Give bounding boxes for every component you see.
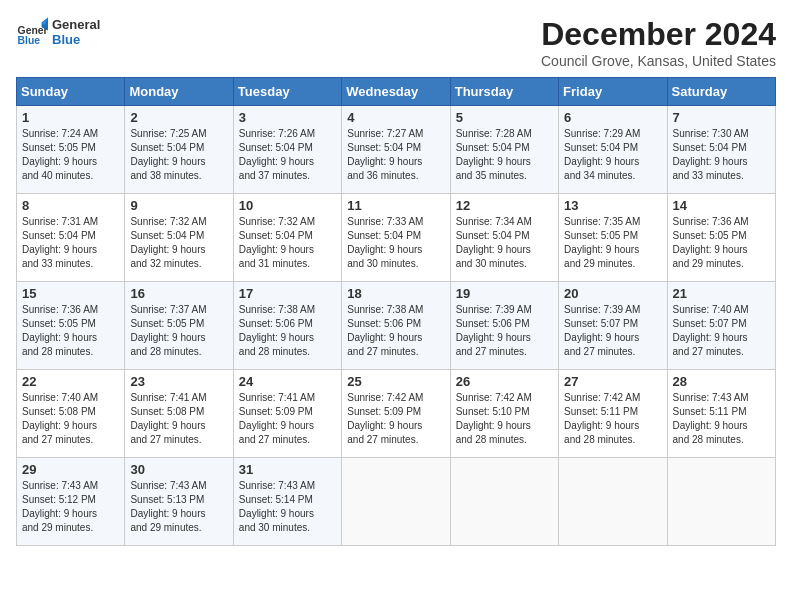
day-cell: 23Sunrise: 7:41 AM Sunset: 5:08 PM Dayli… xyxy=(125,370,233,458)
day-number: 9 xyxy=(130,198,227,213)
day-cell: 19Sunrise: 7:39 AM Sunset: 5:06 PM Dayli… xyxy=(450,282,558,370)
day-info: Sunrise: 7:40 AM Sunset: 5:07 PM Dayligh… xyxy=(673,303,770,359)
day-number: 30 xyxy=(130,462,227,477)
calendar-body: 1Sunrise: 7:24 AM Sunset: 5:05 PM Daylig… xyxy=(17,106,776,546)
day-info: Sunrise: 7:40 AM Sunset: 5:08 PM Dayligh… xyxy=(22,391,119,447)
day-number: 1 xyxy=(22,110,119,125)
day-number: 11 xyxy=(347,198,444,213)
day-cell: 20Sunrise: 7:39 AM Sunset: 5:07 PM Dayli… xyxy=(559,282,667,370)
day-cell xyxy=(667,458,775,546)
day-cell: 6Sunrise: 7:29 AM Sunset: 5:04 PM Daylig… xyxy=(559,106,667,194)
day-header-friday: Friday xyxy=(559,78,667,106)
day-number: 3 xyxy=(239,110,336,125)
day-number: 10 xyxy=(239,198,336,213)
day-info: Sunrise: 7:43 AM Sunset: 5:11 PM Dayligh… xyxy=(673,391,770,447)
day-info: Sunrise: 7:34 AM Sunset: 5:04 PM Dayligh… xyxy=(456,215,553,271)
logo-general-text: General xyxy=(52,17,100,32)
day-cell: 25Sunrise: 7:42 AM Sunset: 5:09 PM Dayli… xyxy=(342,370,450,458)
day-number: 2 xyxy=(130,110,227,125)
day-cell: 5Sunrise: 7:28 AM Sunset: 5:04 PM Daylig… xyxy=(450,106,558,194)
day-cell: 15Sunrise: 7:36 AM Sunset: 5:05 PM Dayli… xyxy=(17,282,125,370)
week-row-2: 8Sunrise: 7:31 AM Sunset: 5:04 PM Daylig… xyxy=(17,194,776,282)
day-cell: 21Sunrise: 7:40 AM Sunset: 5:07 PM Dayli… xyxy=(667,282,775,370)
day-info: Sunrise: 7:43 AM Sunset: 5:14 PM Dayligh… xyxy=(239,479,336,535)
day-cell: 31Sunrise: 7:43 AM Sunset: 5:14 PM Dayli… xyxy=(233,458,341,546)
day-info: Sunrise: 7:41 AM Sunset: 5:08 PM Dayligh… xyxy=(130,391,227,447)
logo-blue-text: Blue xyxy=(52,32,100,47)
day-cell: 18Sunrise: 7:38 AM Sunset: 5:06 PM Dayli… xyxy=(342,282,450,370)
day-number: 15 xyxy=(22,286,119,301)
logo: General Blue General Blue xyxy=(16,16,100,48)
day-cell: 10Sunrise: 7:32 AM Sunset: 5:04 PM Dayli… xyxy=(233,194,341,282)
day-info: Sunrise: 7:35 AM Sunset: 5:05 PM Dayligh… xyxy=(564,215,661,271)
day-info: Sunrise: 7:41 AM Sunset: 5:09 PM Dayligh… xyxy=(239,391,336,447)
day-number: 4 xyxy=(347,110,444,125)
days-header-row: SundayMondayTuesdayWednesdayThursdayFrid… xyxy=(17,78,776,106)
day-info: Sunrise: 7:36 AM Sunset: 5:05 PM Dayligh… xyxy=(673,215,770,271)
day-info: Sunrise: 7:43 AM Sunset: 5:13 PM Dayligh… xyxy=(130,479,227,535)
day-number: 18 xyxy=(347,286,444,301)
day-cell: 22Sunrise: 7:40 AM Sunset: 5:08 PM Dayli… xyxy=(17,370,125,458)
day-number: 26 xyxy=(456,374,553,389)
day-info: Sunrise: 7:42 AM Sunset: 5:09 PM Dayligh… xyxy=(347,391,444,447)
calendar-table: SundayMondayTuesdayWednesdayThursdayFrid… xyxy=(16,77,776,546)
day-cell xyxy=(450,458,558,546)
day-info: Sunrise: 7:30 AM Sunset: 5:04 PM Dayligh… xyxy=(673,127,770,183)
day-number: 28 xyxy=(673,374,770,389)
day-number: 29 xyxy=(22,462,119,477)
day-cell: 28Sunrise: 7:43 AM Sunset: 5:11 PM Dayli… xyxy=(667,370,775,458)
day-header-monday: Monday xyxy=(125,78,233,106)
day-number: 16 xyxy=(130,286,227,301)
day-header-tuesday: Tuesday xyxy=(233,78,341,106)
day-number: 23 xyxy=(130,374,227,389)
day-cell: 24Sunrise: 7:41 AM Sunset: 5:09 PM Dayli… xyxy=(233,370,341,458)
day-cell: 29Sunrise: 7:43 AM Sunset: 5:12 PM Dayli… xyxy=(17,458,125,546)
day-number: 7 xyxy=(673,110,770,125)
day-number: 27 xyxy=(564,374,661,389)
title-area: December 2024 Council Grove, Kansas, Uni… xyxy=(541,16,776,69)
day-cell: 13Sunrise: 7:35 AM Sunset: 5:05 PM Dayli… xyxy=(559,194,667,282)
day-cell: 14Sunrise: 7:36 AM Sunset: 5:05 PM Dayli… xyxy=(667,194,775,282)
calendar-header: General Blue General Blue December 2024 … xyxy=(16,16,776,69)
day-header-saturday: Saturday xyxy=(667,78,775,106)
day-info: Sunrise: 7:25 AM Sunset: 5:04 PM Dayligh… xyxy=(130,127,227,183)
day-cell: 9Sunrise: 7:32 AM Sunset: 5:04 PM Daylig… xyxy=(125,194,233,282)
day-header-thursday: Thursday xyxy=(450,78,558,106)
calendar-subtitle: Council Grove, Kansas, United States xyxy=(541,53,776,69)
day-cell: 7Sunrise: 7:30 AM Sunset: 5:04 PM Daylig… xyxy=(667,106,775,194)
day-cell: 3Sunrise: 7:26 AM Sunset: 5:04 PM Daylig… xyxy=(233,106,341,194)
day-number: 31 xyxy=(239,462,336,477)
day-number: 19 xyxy=(456,286,553,301)
week-row-1: 1Sunrise: 7:24 AM Sunset: 5:05 PM Daylig… xyxy=(17,106,776,194)
day-info: Sunrise: 7:43 AM Sunset: 5:12 PM Dayligh… xyxy=(22,479,119,535)
day-info: Sunrise: 7:27 AM Sunset: 5:04 PM Dayligh… xyxy=(347,127,444,183)
day-cell: 1Sunrise: 7:24 AM Sunset: 5:05 PM Daylig… xyxy=(17,106,125,194)
day-number: 8 xyxy=(22,198,119,213)
logo-icon: General Blue xyxy=(16,16,48,48)
day-cell xyxy=(559,458,667,546)
day-info: Sunrise: 7:39 AM Sunset: 5:06 PM Dayligh… xyxy=(456,303,553,359)
day-cell: 27Sunrise: 7:42 AM Sunset: 5:11 PM Dayli… xyxy=(559,370,667,458)
day-number: 20 xyxy=(564,286,661,301)
day-info: Sunrise: 7:37 AM Sunset: 5:05 PM Dayligh… xyxy=(130,303,227,359)
day-info: Sunrise: 7:28 AM Sunset: 5:04 PM Dayligh… xyxy=(456,127,553,183)
day-info: Sunrise: 7:36 AM Sunset: 5:05 PM Dayligh… xyxy=(22,303,119,359)
day-number: 14 xyxy=(673,198,770,213)
day-info: Sunrise: 7:32 AM Sunset: 5:04 PM Dayligh… xyxy=(239,215,336,271)
day-number: 24 xyxy=(239,374,336,389)
day-info: Sunrise: 7:31 AM Sunset: 5:04 PM Dayligh… xyxy=(22,215,119,271)
day-cell: 26Sunrise: 7:42 AM Sunset: 5:10 PM Dayli… xyxy=(450,370,558,458)
day-info: Sunrise: 7:33 AM Sunset: 5:04 PM Dayligh… xyxy=(347,215,444,271)
day-number: 17 xyxy=(239,286,336,301)
day-cell: 17Sunrise: 7:38 AM Sunset: 5:06 PM Dayli… xyxy=(233,282,341,370)
week-row-3: 15Sunrise: 7:36 AM Sunset: 5:05 PM Dayli… xyxy=(17,282,776,370)
day-cell: 30Sunrise: 7:43 AM Sunset: 5:13 PM Dayli… xyxy=(125,458,233,546)
svg-text:Blue: Blue xyxy=(18,35,41,46)
day-info: Sunrise: 7:24 AM Sunset: 5:05 PM Dayligh… xyxy=(22,127,119,183)
day-header-wednesday: Wednesday xyxy=(342,78,450,106)
day-info: Sunrise: 7:38 AM Sunset: 5:06 PM Dayligh… xyxy=(347,303,444,359)
day-info: Sunrise: 7:26 AM Sunset: 5:04 PM Dayligh… xyxy=(239,127,336,183)
day-info: Sunrise: 7:38 AM Sunset: 5:06 PM Dayligh… xyxy=(239,303,336,359)
day-number: 13 xyxy=(564,198,661,213)
day-cell: 11Sunrise: 7:33 AM Sunset: 5:04 PM Dayli… xyxy=(342,194,450,282)
